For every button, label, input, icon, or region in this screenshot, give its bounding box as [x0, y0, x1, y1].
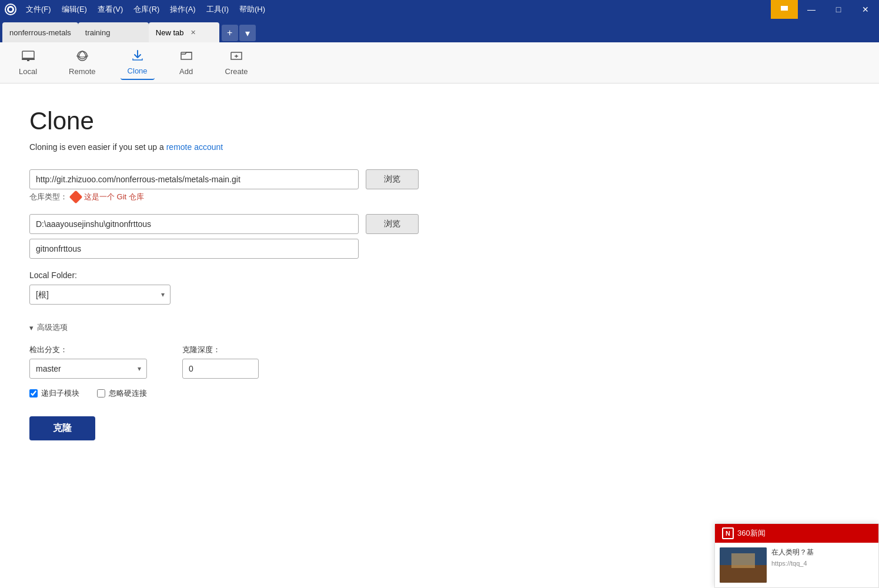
- advanced-toggle[interactable]: ▾ 高级选项: [29, 322, 850, 333]
- browse-url-button[interactable]: 浏览: [366, 169, 419, 189]
- clone-button[interactable]: 克隆: [29, 416, 95, 440]
- main-content: Clone Cloning is even easier if you set …: [0, 83, 879, 588]
- menu-bar: 文件(F) 编辑(E) 查看(V) 仓库(R) 操作(A) 工具(I) 帮助(H…: [21, 2, 270, 17]
- svg-rect-5: [27, 60, 29, 61]
- svg-rect-4: [22, 58, 35, 60]
- tabbar: nonferrous-metals training New tab ✕ + ▾: [0, 19, 879, 42]
- branch-select[interactable]: master: [29, 359, 147, 379]
- svg-marker-2: [781, 6, 788, 11]
- menu-edit[interactable]: 编辑(E): [57, 2, 92, 17]
- toolbar-remote[interactable]: Remote: [62, 46, 103, 79]
- tab-label: New tab: [156, 28, 184, 37]
- tab-training[interactable]: training: [78, 22, 149, 42]
- depth-input[interactable]: [182, 359, 259, 379]
- app-icon: [5, 4, 16, 15]
- local-icon: [21, 50, 35, 65]
- menu-view[interactable]: 查看(V): [93, 2, 128, 17]
- svg-point-1: [9, 8, 12, 11]
- advanced-toggle-label: 高级选项: [37, 322, 68, 333]
- menu-action[interactable]: 操作(A): [165, 2, 200, 17]
- depth-label: 克隆深度：: [182, 345, 259, 355]
- tab-close-icon[interactable]: ✕: [188, 28, 198, 38]
- branch-label: 检出分支：: [29, 345, 147, 355]
- close-button[interactable]: ✕: [852, 0, 879, 19]
- maximize-button[interactable]: □: [825, 0, 852, 19]
- depth-field: 克隆深度：: [182, 345, 259, 379]
- notification-link: https://tqq_4: [771, 560, 814, 567]
- remote-account-link[interactable]: remote account: [166, 142, 223, 152]
- toolbar-add[interactable]: Add: [172, 46, 200, 79]
- titlebar-controls: — □ ✕: [771, 0, 879, 19]
- tab-nonferrous-metals[interactable]: nonferrous-metals: [2, 22, 78, 42]
- titlebar-left: 文件(F) 编辑(E) 查看(V) 仓库(R) 操作(A) 工具(I) 帮助(H…: [5, 2, 270, 17]
- tab-new-tab[interactable]: New tab ✕: [149, 22, 219, 42]
- clone-label: Clone: [128, 66, 148, 75]
- chevron-down-icon: ▾: [29, 323, 34, 332]
- menu-tools[interactable]: 工具(I): [202, 2, 233, 17]
- create-label: Create: [225, 67, 248, 76]
- advanced-section: 检出分支： master ▾ 克隆深度： 递归子模块 忽略: [29, 345, 850, 399]
- repo-type-value: 这是一个 Git 仓库: [84, 192, 144, 202]
- remote-icon: [75, 50, 89, 65]
- flag-button[interactable]: [771, 0, 798, 19]
- repo-name-input[interactable]: [29, 239, 359, 259]
- repo-type-info: 仓库类型： 这是一个 Git 仓库: [29, 192, 850, 202]
- svg-rect-3: [22, 51, 34, 58]
- tab-label: training: [85, 28, 111, 37]
- tab-dropdown-button[interactable]: ▾: [239, 25, 256, 41]
- tab-actions: + ▾: [222, 25, 256, 42]
- notification-app-name: 360新闻: [737, 528, 766, 539]
- notification-body: 在人类明？基 https://tqq_4: [715, 543, 878, 587]
- tab-label: nonferrous-metals: [9, 28, 71, 37]
- add-tab-button[interactable]: +: [222, 25, 238, 41]
- notification-thumbnail: [720, 547, 767, 583]
- menu-file[interactable]: 文件(F): [21, 2, 56, 17]
- toolbar: Local Remote Clone Add: [0, 42, 879, 83]
- git-icon: [69, 191, 83, 204]
- menu-help[interactable]: 帮助(H): [235, 2, 270, 17]
- toolbar-create[interactable]: Create: [218, 46, 255, 79]
- menu-repo[interactable]: 仓库(R): [129, 2, 164, 17]
- local-folder-wrapper: [根] ▾: [29, 285, 171, 305]
- add-icon: [179, 50, 193, 65]
- clone-subtitle: Cloning is even easier if you set up a r…: [29, 142, 850, 152]
- url-input-row: 浏览: [29, 169, 850, 189]
- notification-header: N 360新闻: [715, 524, 878, 543]
- submodules-label: 递归子模块: [41, 388, 79, 399]
- path-input[interactable]: [29, 214, 359, 234]
- page-title: Clone: [29, 107, 850, 135]
- notification-text: 在人类明？基: [771, 547, 814, 557]
- add-label: Add: [179, 67, 193, 76]
- notification-content: 在人类明？基 https://tqq_4: [771, 547, 814, 583]
- toolbar-local[interactable]: Local: [12, 46, 44, 79]
- clone-icon: [131, 49, 145, 64]
- submodules-checkbox-item[interactable]: 递归子模块: [29, 388, 79, 399]
- notification-logo: N: [722, 527, 734, 539]
- browse-path-button[interactable]: 浏览: [366, 214, 419, 234]
- branch-select-wrapper: master ▾: [29, 359, 147, 379]
- titlebar: 文件(F) 编辑(E) 查看(V) 仓库(R) 操作(A) 工具(I) 帮助(H…: [0, 0, 879, 19]
- hardlinks-checkbox-item[interactable]: 忽略硬连接: [97, 388, 147, 399]
- local-folder-label: Local Folder:: [29, 270, 850, 280]
- toolbar-clone[interactable]: Clone: [121, 46, 155, 80]
- advanced-row: 检出分支： master ▾ 克隆深度：: [29, 345, 850, 379]
- minimize-button[interactable]: —: [798, 0, 825, 19]
- notification-panel: N 360新闻 在人类明？基 https://tqq_4: [714, 523, 879, 588]
- path-input-row: 浏览: [29, 214, 850, 234]
- remote-label: Remote: [69, 67, 96, 76]
- local-folder-select[interactable]: [根]: [29, 285, 171, 305]
- svg-rect-11: [731, 553, 755, 568]
- local-label: Local: [19, 67, 37, 76]
- submodules-checkbox[interactable]: [29, 389, 38, 397]
- hardlinks-checkbox[interactable]: [97, 389, 105, 397]
- hardlinks-label: 忽略硬连接: [109, 388, 147, 399]
- url-input[interactable]: [29, 169, 359, 189]
- branch-field: 检出分支： master ▾: [29, 345, 147, 379]
- checkboxes-row: 递归子模块 忽略硬连接: [29, 388, 850, 399]
- create-icon: [229, 50, 243, 65]
